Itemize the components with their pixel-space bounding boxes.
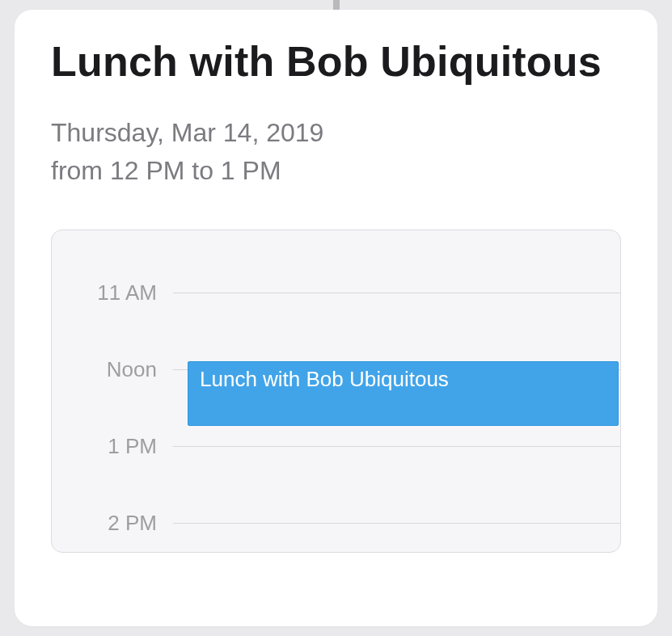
time-label: 1 PM — [52, 434, 173, 459]
time-label: 2 PM — [52, 511, 173, 536]
time-slot-2pm: 2 PM — [52, 511, 620, 536]
time-gridline — [173, 446, 620, 447]
time-slot-11am: 11 AM — [52, 280, 620, 305]
timeline-panel[interactable]: 11 AM Noon 1 PM 2 PM Lunch with Bob Ubiq… — [51, 230, 621, 553]
event-block-title: Lunch with Bob Ubiquitous — [200, 367, 449, 392]
event-subtitle: Thursday, Mar 14, 2019 from 12 PM to 1 P… — [51, 114, 621, 189]
event-date-text: Thursday, Mar 14, 2019 — [51, 114, 621, 151]
time-slot-1pm: 1 PM — [52, 434, 620, 459]
time-gridline — [173, 523, 620, 524]
time-label: Noon — [52, 357, 173, 382]
time-label: 11 AM — [52, 280, 173, 305]
calendar-event-block[interactable]: Lunch with Bob Ubiquitous — [188, 361, 619, 426]
time-gridline — [173, 293, 620, 293]
event-time-text: from 12 PM to 1 PM — [51, 152, 621, 189]
event-detail-card: Lunch with Bob Ubiquitous Thursday, Mar … — [15, 10, 657, 626]
event-title: Lunch with Bob Ubiquitous — [51, 38, 621, 85]
